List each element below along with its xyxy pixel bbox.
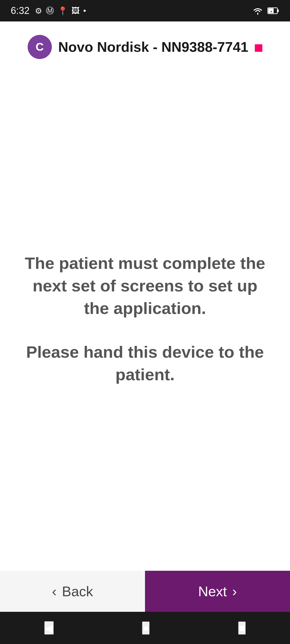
android-back-button[interactable]: ◀ <box>44 621 54 635</box>
header: C Novo Nordisk - NN9388-7741 <box>0 21 290 67</box>
back-chevron-icon: ‹ <box>52 583 57 599</box>
android-home-button[interactable]: ● <box>142 621 150 635</box>
back-label: Back <box>62 583 93 599</box>
svg-rect-2 <box>268 8 274 13</box>
motorola-icon: Ⓜ <box>46 5 54 16</box>
location-icon: 📍 <box>58 6 68 16</box>
android-nav-bar: ◀ ● ■ <box>0 612 290 644</box>
status-bar-left: 6:32 ⚙ Ⓜ 📍 🖼 • <box>11 5 86 16</box>
status-bar-right <box>252 7 279 15</box>
bottom-nav: ‹ Back Next › <box>0 571 290 612</box>
recording-indicator <box>255 44 262 52</box>
settings-icon: ⚙ <box>35 6 42 16</box>
status-bar: 6:32 ⚙ Ⓜ 📍 🖼 • <box>0 0 290 21</box>
wifi-icon <box>252 7 263 15</box>
header-title-wrap: Novo Nordisk - NN9388-7741 <box>58 39 263 55</box>
dot-icon: • <box>83 6 86 15</box>
app-logo: C <box>28 35 52 59</box>
battery-icon <box>267 7 279 15</box>
next-chevron-icon: › <box>232 583 237 599</box>
logo-letter: C <box>36 41 44 53</box>
app-title-text: Novo Nordisk - NN9388-7741 <box>58 39 248 55</box>
svg-rect-1 <box>277 9 279 12</box>
android-recent-button[interactable]: ■ <box>238 621 246 635</box>
main-content: The patient must complete the next set o… <box>0 67 290 571</box>
instruction-text-1: The patient must complete the next set o… <box>21 252 269 319</box>
app-title: Novo Nordisk - NN9388-7741 <box>58 39 263 55</box>
status-time: 6:32 <box>11 5 30 16</box>
screenshot-icon: 🖼 <box>71 6 79 15</box>
next-label: Next <box>198 583 227 599</box>
back-button[interactable]: ‹ Back <box>0 571 145 612</box>
status-icons: ⚙ Ⓜ 📍 🖼 • <box>35 5 86 16</box>
instruction-text-2: Please hand this device to the patient. <box>21 341 269 386</box>
next-button[interactable]: Next › <box>145 571 290 612</box>
